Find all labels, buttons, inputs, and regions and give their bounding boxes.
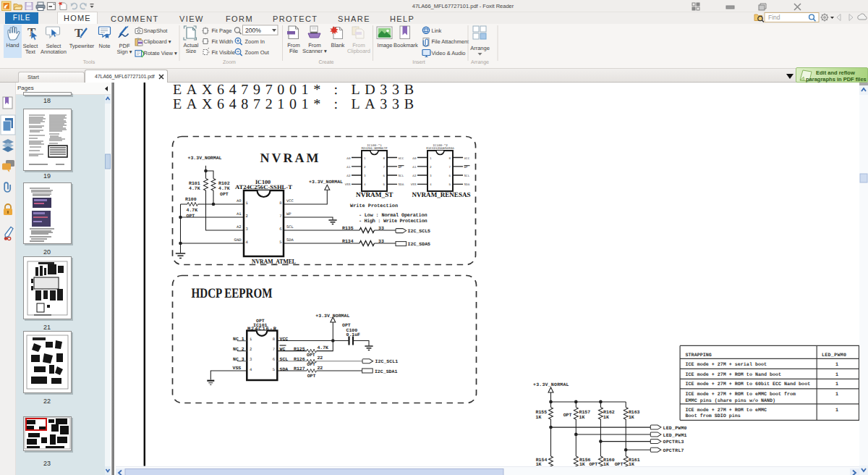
- svg-text:Insert: Insert: [412, 60, 425, 65]
- svg-text:22: 22: [317, 356, 323, 361]
- svg-text:OPT: OPT: [220, 192, 229, 197]
- svg-text:+3.3V_NORMAL: +3.3V_NORMAL: [188, 156, 222, 161]
- svg-text:6: 6: [279, 227, 281, 232]
- svg-text:VCC: VCC: [286, 198, 294, 203]
- svg-text:A0: A0: [346, 157, 351, 161]
- svg-text:4: 4: [430, 183, 432, 187]
- svg-text:1: 1: [835, 362, 838, 368]
- svg-text:4.7K: 4.7K: [218, 186, 230, 191]
- svg-text:6: 6: [383, 175, 385, 178]
- svg-text:VSS: VSS: [345, 183, 351, 187]
- svg-text:A1: A1: [412, 166, 417, 169]
- svg-text:1: 1: [430, 157, 432, 161]
- svg-text:R1EX24256BSAS0A: R1EX24256BSAS0A: [426, 147, 454, 151]
- svg-text:4.7K: 4.7K: [189, 186, 200, 191]
- svg-text:OPT: OPT: [307, 353, 315, 358]
- svg-text:R101: R101: [189, 181, 200, 186]
- svg-text:Find: Find: [768, 14, 780, 21]
- svg-text:Image: Image: [378, 42, 393, 49]
- svg-text:Fit Width: Fit Width: [212, 38, 234, 45]
- svg-text:M24C16-R: M24C16-R: [247, 327, 277, 332]
- svg-text:2: 2: [250, 347, 252, 352]
- svg-text:Scanner ▾: Scanner ▾: [302, 48, 327, 54]
- svg-text:6: 6: [273, 357, 275, 362]
- svg-text:File Attachment: File Attachment: [432, 38, 470, 45]
- svg-text:3: 3: [430, 175, 432, 178]
- svg-text:ICE mode + 27M + ROM to eMMC b: ICE mode + 27M + ROM to eMMC boot from: [686, 392, 796, 398]
- svg-text:OPT: OPT: [563, 413, 572, 418]
- svg-text:NC_2: NC_2: [233, 347, 244, 352]
- svg-text:Clipboard: Clipboard: [347, 48, 370, 54]
- svg-text:7: 7: [383, 166, 385, 169]
- svg-text:VSS: VSS: [233, 366, 242, 371]
- svg-text:ICE mode + 27M + ROM to Nand b: ICE mode + 27M + ROM to Nand boot: [686, 372, 781, 378]
- svg-text:SCL: SCL: [280, 357, 289, 362]
- svg-text:4: 4: [364, 183, 366, 187]
- svg-text:Video & Audio: Video & Audio: [432, 50, 466, 56]
- svg-text:WP: WP: [399, 166, 403, 169]
- svg-text:I2C_SCL1: I2C_SCL1: [375, 359, 399, 364]
- svg-text:33: 33: [378, 226, 384, 231]
- svg-text:7: 7: [279, 214, 281, 219]
- svg-text:ICE mode + 27M + serial boot: ICE mode + 27M + serial boot: [686, 362, 767, 368]
- svg-text:VCC: VCC: [399, 157, 404, 161]
- svg-text:OPCTRL3: OPCTRL3: [663, 440, 684, 445]
- svg-text:HDCP EEPROM: HDCP EEPROM: [192, 286, 273, 301]
- svg-text:ICE mode + 27M + ROM to eMMC: ICE mode + 27M + ROM to eMMC: [686, 408, 767, 413]
- svg-text:4.7K: 4.7K: [317, 345, 328, 350]
- svg-text:NC_3: NC_3: [233, 357, 244, 362]
- svg-text:R127: R127: [294, 366, 305, 371]
- svg-text:+3.3V_NORMAL: +3.3V_NORMAL: [315, 314, 349, 319]
- svg-text:1K: 1K: [629, 415, 634, 420]
- svg-text:- High : Write Protection: - High : Write Protection: [359, 219, 427, 224]
- svg-text:File: File: [289, 48, 298, 54]
- svg-text:A2: A2: [412, 175, 417, 178]
- svg-text:VCC: VCC: [464, 157, 470, 161]
- svg-text:OPT: OPT: [342, 323, 351, 328]
- svg-text:Zoom: Zoom: [223, 60, 236, 65]
- svg-text:VCC: VCC: [280, 337, 289, 342]
- svg-text:Rotate View ▾: Rotate View ▾: [144, 50, 177, 56]
- svg-text:SCL: SCL: [464, 175, 470, 178]
- svg-text:EAX64872101* : LA33B: EAX64872101* : LA33B: [173, 96, 414, 112]
- svg-text:4.7K: 4.7K: [187, 208, 198, 213]
- svg-text:SDA: SDA: [286, 238, 294, 243]
- svg-text:OPT: OPT: [187, 214, 195, 219]
- svg-text:0.1uF: 0.1uF: [346, 332, 361, 337]
- svg-text:ICE mode + 27M + ROM to 60bit: ICE mode + 27M + ROM to 60bit ECC Nand b…: [686, 382, 811, 387]
- svg-text:Write Protection: Write Protection: [350, 203, 398, 209]
- svg-text:A1: A1: [237, 211, 242, 217]
- svg-text:R102: R102: [218, 181, 230, 186]
- svg-text:- Low : Normal Operation: - Low : Normal Operation: [359, 213, 427, 219]
- svg-text:1: 1: [835, 372, 838, 378]
- svg-text:SCL: SCL: [399, 175, 404, 178]
- svg-text:33: 33: [378, 239, 384, 244]
- svg-text:R126: R126: [294, 357, 305, 362]
- svg-text:A2: A2: [346, 175, 351, 178]
- svg-text:NVRAM_RENESAS: NVRAM_RENESAS: [412, 192, 471, 199]
- svg-text:2: 2: [430, 166, 432, 169]
- svg-text:7: 7: [273, 347, 275, 352]
- svg-text:AT24C256C-SSHL-T: AT24C256C-SSHL-T: [235, 184, 293, 190]
- svg-text:2: 2: [246, 214, 248, 219]
- svg-text:8: 8: [448, 157, 451, 161]
- svg-text:SDA: SDA: [464, 183, 470, 187]
- svg-text:OPCTRL7: OPCTRL7: [663, 448, 684, 453]
- svg-text:EAX64797001* : LD33B: EAX64797001* : LD33B: [173, 83, 414, 98]
- svg-text:I2C_SDA1: I2C_SDA1: [375, 369, 398, 374]
- svg-text:1: 1: [835, 408, 838, 413]
- svg-text:5: 5: [273, 367, 275, 372]
- svg-text:1K: 1K: [536, 415, 542, 420]
- svg-text:WP: WP: [464, 166, 469, 169]
- svg-text:+3.3V_NORMAL: +3.3V_NORMAL: [309, 180, 343, 185]
- svg-text:8: 8: [279, 201, 281, 206]
- svg-text:Zoom Out: Zoom Out: [245, 49, 270, 56]
- svg-text:Zoom In: Zoom In: [245, 38, 265, 45]
- svg-text:SDA: SDA: [280, 367, 289, 372]
- svg-text:1: 1: [835, 392, 838, 398]
- svg-text:A2: A2: [237, 224, 242, 230]
- svg-text:VSS: VSS: [411, 183, 417, 187]
- svg-text:NVRAM: NVRAM: [260, 151, 319, 165]
- svg-text:7: 7: [448, 166, 451, 169]
- svg-text:3: 3: [364, 175, 366, 178]
